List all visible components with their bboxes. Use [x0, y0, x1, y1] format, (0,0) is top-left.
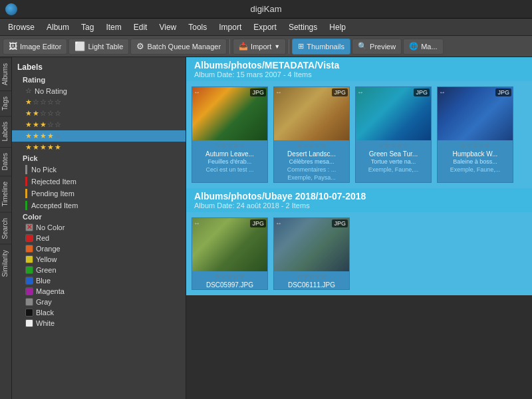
3star-stars: ★★★☆☆: [25, 120, 61, 129]
turtle-subtitle: Tortue verte na...: [356, 158, 431, 166]
autumn-comment: Ceci est un test ...: [192, 166, 267, 174]
filter-green[interactable]: Green: [12, 265, 186, 275]
no-rating-star-icon: ☆: [25, 86, 32, 95]
filter-orange[interactable]: Orange: [12, 243, 186, 254]
autumn-subtitle: Feuilles d'érab...: [192, 158, 267, 166]
sidebar-tab-similarity[interactable]: Similarity: [0, 244, 11, 283]
gray-color-dot: [25, 298, 33, 306]
sidebar-tab-dates[interactable]: Dates: [0, 147, 11, 176]
filter-accepted[interactable]: Accepted Item: [12, 200, 186, 211]
autumn-stars: ☆☆☆☆☆: [192, 140, 267, 150]
filter-blue[interactable]: Blue: [12, 275, 186, 286]
sidebar-tab-search[interactable]: Search: [0, 212, 11, 245]
filter-1star[interactable]: ★☆☆☆☆: [12, 96, 186, 108]
whale-nav-icon: ↔: [439, 88, 446, 96]
dsc5997-nav-icon: ↔: [194, 219, 200, 227]
import-icon: 📥: [239, 42, 248, 51]
album-vista-grid: JPG ↔ ☆☆☆☆☆ Autumn Leave... Feuilles d'é…: [186, 81, 532, 188]
pending-indicator: [25, 189, 27, 198]
filter-4star[interactable]: ★★★★☆: [12, 130, 186, 142]
menu-album[interactable]: Album: [41, 21, 74, 33]
dsc6111-title: DSC06111.JPG: [274, 281, 349, 289]
filter-3star[interactable]: ★★★☆☆: [12, 119, 186, 130]
dsc5997-badge: JPG: [250, 219, 266, 227]
filter-red[interactable]: Red: [12, 233, 186, 243]
whale-tags: Exemple, Faune,...: [438, 166, 513, 174]
album-ubaye-grid: JPG ↔ ☆☆☆☆☆ DSC05997.JPG JPG ↔ ☆☆☆☆☆ D: [186, 212, 532, 295]
whale-badge: JPG: [495, 88, 511, 96]
album-vista-header[interactable]: Albums/photos/METADATA/Vista Album Date:…: [186, 57, 532, 81]
menu-browse[interactable]: Browse: [3, 21, 40, 33]
4star-stars: ★★★★☆: [25, 132, 61, 140]
map-button[interactable]: 🌐 Ma...: [403, 39, 443, 55]
thumb-desert-img: JPG ↔: [274, 87, 349, 140]
thumb-dsc6111[interactable]: JPG ↔ ☆☆☆☆☆ DSC06111.JPG: [273, 217, 350, 290]
menu-tag[interactable]: Tag: [76, 21, 99, 33]
filter-magenta[interactable]: Magenta: [12, 286, 186, 297]
whale-stars: ☆☆☆☆☆: [438, 140, 513, 150]
menu-item[interactable]: Item: [100, 21, 126, 33]
green-color-dot: [25, 266, 33, 274]
thumb-desert[interactable]: JPG ↔ ☆☆☆☆☆ Desert Landsc... Célèbres me…: [273, 86, 350, 183]
batch-queue-button[interactable]: ⚙ Batch Queue Manager: [130, 39, 227, 55]
blue-color-dot: [25, 277, 33, 285]
import-button[interactable]: 📥 Import ▼: [233, 39, 286, 55]
turtle-badge: JPG: [414, 88, 430, 96]
filter-5star[interactable]: ★★★★★: [12, 142, 186, 153]
desert-title: Desert Landsc...: [274, 150, 349, 158]
left-filter-panel: Labels Rating ☆ No Rating ★☆☆☆☆ ★★☆☆☆ ★★…: [12, 57, 186, 399]
thumb-dsc5997[interactable]: JPG ↔ ☆☆☆☆☆ DSC05997.JPG: [192, 217, 268, 290]
menu-view[interactable]: View: [154, 21, 182, 33]
image-editor-button[interactable]: 🖼 Image Editor: [3, 39, 67, 55]
thumb-turtle[interactable]: JPG ↔ ☆☆☆☆☆ Green Sea Tur... Tortue vert…: [355, 86, 432, 183]
thumb-whale-img: JPG ↔: [438, 87, 513, 140]
dsc5997-title: DSC05997.JPG: [192, 281, 267, 289]
map-icon: 🌐: [409, 42, 418, 51]
menu-tools[interactable]: Tools: [183, 21, 212, 33]
menu-export[interactable]: Export: [248, 21, 282, 33]
orange-color-dot: [25, 245, 33, 253]
app-title: digiKam: [251, 4, 282, 14]
filter-gray[interactable]: Gray: [12, 297, 186, 307]
filter-rejected[interactable]: Rejected Item: [12, 176, 186, 188]
filter-white[interactable]: White: [12, 318, 186, 329]
filter-black[interactable]: Black: [12, 307, 186, 318]
pick-section-title: Pick: [12, 153, 186, 164]
turtle-title: Green Sea Tur...: [356, 150, 431, 158]
sidebar-tab-tags[interactable]: Tags: [0, 90, 11, 116]
filter-pending[interactable]: Pending Item: [12, 188, 186, 200]
thumb-autumn[interactable]: JPG ↔ ☆☆☆☆☆ Autumn Leave... Feuilles d'é…: [192, 86, 268, 183]
menu-import[interactable]: Import: [213, 21, 247, 33]
no-color-dot: ✕: [25, 223, 33, 231]
red-color-dot: [25, 234, 33, 242]
dsc6111-badge: JPG: [332, 219, 348, 227]
thumbnails-button[interactable]: ⊞ Thumbnails: [292, 39, 350, 55]
batch-icon: ⚙: [136, 41, 144, 51]
dsc5997-stars: ☆☆☆☆☆: [192, 271, 267, 281]
thumb-whale[interactable]: JPG ↔ ☆☆☆☆☆ Humpback W... Baleine à boss…: [437, 86, 513, 183]
filter-no-color[interactable]: ✕ No Color: [12, 222, 186, 233]
menu-settings[interactable]: Settings: [283, 21, 323, 33]
filter-no-pick[interactable]: No Pick: [12, 164, 186, 176]
sidebar-tab-labels[interactable]: Labels: [0, 116, 11, 146]
accepted-indicator: [25, 201, 27, 210]
sidebar-tab-timeline[interactable]: Timeline: [0, 176, 11, 211]
filter-2star[interactable]: ★★☆☆☆: [12, 108, 186, 119]
filter-yellow[interactable]: Yellow: [12, 254, 186, 265]
album-vista-date: Album Date: 15 mars 2007 - 4 Items: [194, 70, 524, 78]
light-table-button[interactable]: ⬜ Light Table: [68, 39, 129, 55]
menu-help[interactable]: Help: [324, 21, 351, 33]
menu-edit[interactable]: Edit: [128, 21, 153, 33]
magenta-color-dot: [25, 287, 33, 295]
desert-comment: Commentaires : ...: [274, 166, 349, 174]
toolbar-separator-1: [229, 39, 230, 54]
album-ubaye-header[interactable]: Albums/photos/Ubaye 2018/10-07-2018 Albu…: [186, 188, 532, 212]
desert-tags: Exemple, Paysa...: [274, 174, 349, 182]
preview-button[interactable]: 🔍 Preview: [352, 39, 402, 55]
album-ubaye-title: Albums/photos/Ubaye 2018/10-07-2018: [194, 191, 524, 201]
sidebar-tab-albums[interactable]: Albums: [0, 57, 11, 90]
rejected-indicator: [25, 177, 27, 186]
filter-no-rating[interactable]: ☆ No Rating: [12, 85, 186, 96]
desert-nav-icon: ↔: [275, 88, 282, 96]
turtle-stars: ☆☆☆☆☆: [356, 140, 431, 150]
